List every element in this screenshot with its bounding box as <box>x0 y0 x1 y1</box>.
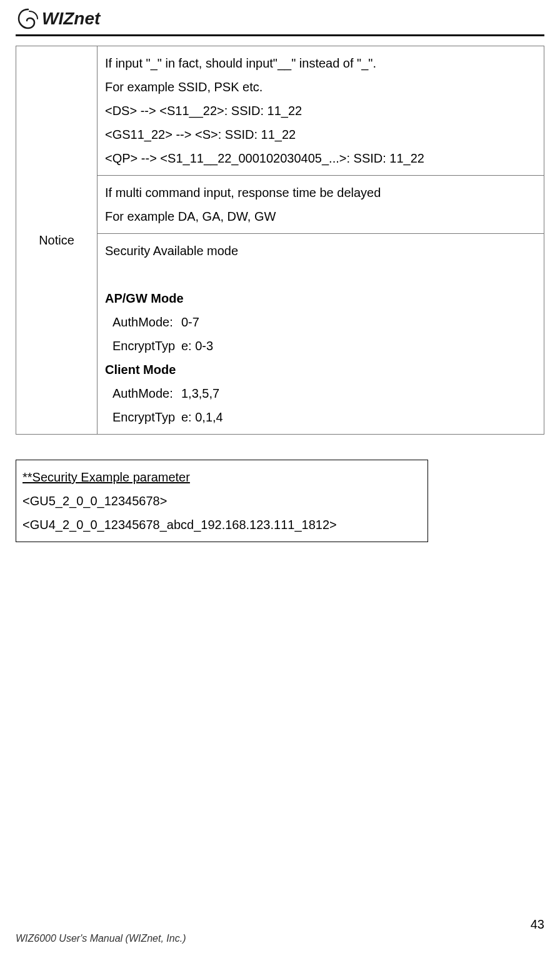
header-divider <box>16 34 544 36</box>
footer-company: (WIZnet, Inc.) <box>126 933 186 944</box>
c1-l3: <DS> --> <S11__22>: SSID: 11_22 <box>105 99 536 123</box>
notice-table: Notice If input "_" in fact, should inpu… <box>16 46 544 435</box>
c2-l2: For example DA, GA, DW, GW <box>105 204 536 228</box>
c3-title: Security Available mode <box>105 239 536 263</box>
example-l2: <GU4_2_0_0_12345678_abcd_192.168.123.111… <box>22 513 421 537</box>
footer-left: WIZ6000 User's Manual (WIZnet, Inc.) <box>16 933 186 944</box>
example-l1: <GU5_2_0_0_12345678> <box>22 489 421 513</box>
c1-l2: For example SSID, PSK etc. <box>105 75 536 99</box>
c3-mode1-enc-value: e: 0-3 <box>181 334 213 358</box>
c1-l5: <QP> --> <S1_11__22_000102030405_...>: S… <box>105 146 536 170</box>
c3-mode1: AP/GW Mode <box>105 286 536 310</box>
page-header: WIZnet <box>16 6 544 31</box>
logo-swirl-icon <box>16 6 41 31</box>
c3-mode2-auth: AuthMode: 1,3,5,7 <box>105 381 536 405</box>
c1-l1: If input "_" in fact, should input"__" i… <box>105 51 536 75</box>
logo-text: WIZnet <box>42 9 100 29</box>
c3-mode1-enc-label: EncryptTyp <box>112 334 181 358</box>
footer-manual: WIZ6000 User's Manual <box>16 933 126 944</box>
c3-mode2-enc-value: e: 0,1,4 <box>181 405 223 429</box>
notice-cell-3: Security Available mode AP/GW Mode AuthM… <box>98 234 544 435</box>
c3-mode2-enc: EncryptTyp e: 0,1,4 <box>105 405 536 429</box>
notice-label-cell: Notice <box>16 46 98 435</box>
notice-cell-1: If input "_" in fact, should input"__" i… <box>98 46 544 176</box>
example-title: **Security Example parameter <box>22 465 421 489</box>
c3-mode2: Client Mode <box>105 358 536 381</box>
c3-mode2-auth-value: 1,3,5,7 <box>181 381 219 405</box>
notice-label: Notice <box>39 233 74 247</box>
c3-mode1-enc: EncryptTyp e: 0-3 <box>105 334 536 358</box>
c3-mode2-auth-label: AuthMode: <box>112 381 181 405</box>
logo: WIZnet <box>16 6 100 31</box>
c3-mode1-auth-value: 0-7 <box>181 310 199 334</box>
c3-mode1-auth-label: AuthMode: <box>112 310 181 334</box>
c3-mode1-auth: AuthMode: 0-7 <box>105 310 536 334</box>
notice-cell-2: If multi command input, response time be… <box>98 176 544 234</box>
c3-mode2-enc-label: EncryptTyp <box>112 405 181 429</box>
c1-l4: <GS11_22> --> <S>: SSID: 11_22 <box>105 123 536 146</box>
page-number: 43 <box>531 917 544 932</box>
c2-l1: If multi command input, response time be… <box>105 181 536 204</box>
example-box: **Security Example parameter <GU5_2_0_0_… <box>16 460 428 542</box>
page-footer: WIZ6000 User's Manual (WIZnet, Inc.) 43 <box>16 933 544 944</box>
